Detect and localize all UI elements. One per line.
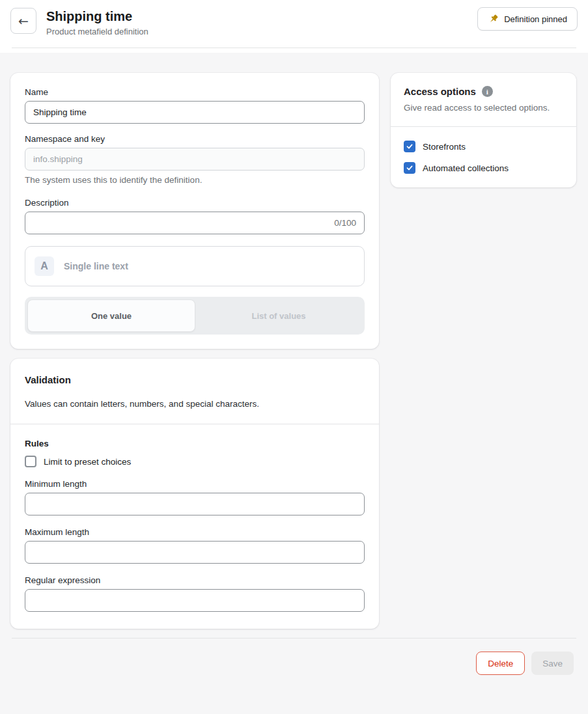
definition-card: Name Namespace and key The system uses t… [10, 73, 379, 349]
page-subtitle: Product metafield definition [46, 27, 148, 36]
pin-icon [488, 14, 499, 25]
footer-divider [12, 638, 576, 638]
description-input[interactable] [33, 218, 329, 228]
access-options-title: Access options [404, 86, 476, 97]
letter-a-icon: A [35, 256, 54, 276]
validation-card: Validation Values can contain letters, n… [10, 359, 379, 629]
value-mode-segmented-control: One value List of values [25, 297, 365, 335]
limit-preset-choices-checkbox[interactable]: Limit to preset choices [25, 456, 365, 467]
content-type-label: Single line text [64, 261, 128, 271]
definition-pinned-button[interactable]: Definition pinned [477, 7, 578, 31]
namespace-label: Namespace and key [25, 134, 365, 144]
access-options-card: Access options i Give read access to sel… [391, 73, 576, 187]
info-icon[interactable]: i [482, 86, 493, 97]
header-divider [12, 48, 576, 48]
page-footer: Delete Save [0, 629, 588, 683]
limit-preset-choices-label: Limit to preset choices [44, 457, 131, 467]
page-title: Shipping time [46, 8, 148, 24]
validation-description: Values can contain letters, numbers, and… [25, 399, 365, 409]
checked-checkbox-icon [404, 162, 415, 174]
segment-list-of-values[interactable]: List of values [195, 299, 362, 332]
maximum-length-label: Maximum length [25, 527, 365, 537]
page-header: ← Shipping time Product metafield defini… [0, 0, 588, 53]
namespace-help-text: The system uses this to identify the def… [25, 175, 365, 185]
description-label: Description [25, 198, 365, 208]
maximum-length-input[interactable] [25, 541, 365, 564]
main-column: Name Namespace and key The system uses t… [10, 73, 379, 629]
checked-checkbox-icon [404, 141, 415, 152]
automated-collections-label: Automated collections [423, 163, 509, 173]
name-input[interactable] [25, 101, 365, 124]
storefronts-checkbox[interactable]: Storefronts [404, 141, 563, 152]
page-content: Name Namespace and key The system uses t… [0, 53, 588, 629]
description-field: 0/100 [25, 212, 365, 234]
unchecked-checkbox-icon [25, 456, 36, 467]
automated-collections-checkbox[interactable]: Automated collections [404, 162, 563, 174]
side-column: Access options i Give read access to sel… [391, 73, 576, 187]
minimum-length-input[interactable] [25, 493, 365, 515]
storefronts-label: Storefronts [423, 142, 466, 152]
character-counter: 0/100 [329, 218, 356, 228]
namespace-input [25, 148, 365, 171]
access-options-subtitle: Give read access to selected options. [404, 103, 563, 113]
name-label: Name [25, 87, 365, 97]
delete-button[interactable]: Delete [476, 652, 525, 675]
minimum-length-label: Minimum length [25, 479, 365, 489]
back-button[interactable]: ← [10, 8, 36, 34]
content-type-box: A Single line text [25, 246, 365, 286]
arrow-left-icon: ← [18, 14, 29, 28]
save-button[interactable]: Save [531, 652, 574, 675]
rules-label: Rules [25, 439, 365, 448]
regular-expression-label: Regular expression [25, 575, 365, 585]
definition-pinned-label: Definition pinned [504, 14, 567, 24]
regular-expression-input[interactable] [25, 589, 365, 612]
segment-one-value[interactable]: One value [27, 299, 195, 332]
validation-title: Validation [25, 374, 365, 385]
